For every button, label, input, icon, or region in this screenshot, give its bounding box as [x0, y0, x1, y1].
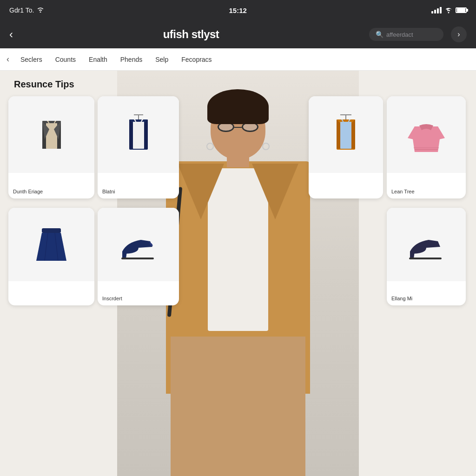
product-card-inscrdert[interactable]: Ellang Mi	[387, 208, 466, 305]
card-image-5	[8, 208, 94, 281]
wifi-status-icon	[37, 7, 44, 14]
tab-fecopracs[interactable]: Fecopracs	[175, 53, 218, 66]
tab-counts[interactable]: Counts	[49, 53, 82, 66]
blazer-orange-icon	[327, 112, 364, 157]
product-card-ellang-mi[interactable]: Inscrdert	[98, 208, 179, 305]
filter-back-button[interactable]: ‹	[7, 54, 9, 64]
status-right	[431, 7, 467, 13]
shoe-dark-icon	[405, 228, 447, 261]
search-placeholder-text: affeerdact	[386, 31, 413, 38]
tab-enalth[interactable]: Enalth	[82, 53, 114, 66]
tab-seclers[interactable]: Seclers	[14, 53, 49, 66]
card-label-1: Dunth Eriage	[13, 188, 43, 195]
filter-tabs: ‹ Seclers Counts Enalth Phends Selp Feco…	[0, 48, 476, 71]
card-label-4: Lean Tree	[391, 188, 415, 195]
svg-rect-11	[133, 122, 144, 149]
shoe-navy-icon	[118, 228, 159, 261]
product-card-dunth-eriage[interactable]: Dunth Eriage	[8, 96, 94, 198]
svg-rect-27	[121, 258, 154, 259]
product-card-orange-blazer[interactable]	[309, 96, 383, 198]
search-icon: 🔍	[376, 31, 383, 38]
card-label-2: Blatni	[102, 188, 115, 195]
card-image-3	[309, 96, 383, 173]
carrier-text: Gdr1 To.	[9, 7, 34, 14]
battery-icon	[456, 7, 467, 13]
blazer-navy-icon	[120, 112, 157, 157]
card-image-2	[98, 96, 179, 173]
status-time: 15:12	[229, 7, 247, 14]
card-image-7	[387, 208, 466, 281]
card-label-7: Ellang Mi	[391, 295, 412, 302]
signal-icon	[431, 7, 442, 13]
tab-phends[interactable]: Phends	[114, 53, 149, 66]
nav-bar: ‹ ufish stlyst 🔍 affeerdact ›	[0, 20, 476, 48]
svg-rect-26	[42, 228, 61, 233]
status-left: Gdr1 To.	[9, 7, 44, 14]
product-card-blatni[interactable]: Blatni	[98, 96, 179, 198]
skirt-navy-icon	[32, 224, 71, 265]
search-bar[interactable]: 🔍 affeerdact	[369, 28, 443, 41]
main-content: Resunce Tips Dunth Eria	[0, 71, 476, 476]
svg-rect-28	[409, 258, 442, 259]
card-image-6	[98, 208, 179, 281]
tab-selp[interactable]: Selp	[149, 53, 175, 66]
status-bar: Gdr1 To. 15:12	[0, 0, 476, 20]
card-image-1	[8, 96, 94, 173]
card-label-6: Inscrdert	[102, 295, 122, 302]
wifi-icon	[444, 7, 453, 13]
sweater-pink-icon	[405, 112, 447, 157]
back-button[interactable]: ‹	[9, 29, 13, 40]
svg-rect-19	[340, 122, 351, 149]
section-label: Resunce Tips	[14, 79, 74, 90]
product-card-lean-tree[interactable]: Lean Tree	[387, 96, 466, 198]
forward-button[interactable]: ›	[451, 26, 467, 42]
app-title: ufish stlyst	[20, 28, 362, 41]
blazer-dark-icon	[31, 112, 73, 158]
card-image-4	[387, 96, 466, 173]
product-card-skirt[interactable]	[8, 208, 94, 305]
